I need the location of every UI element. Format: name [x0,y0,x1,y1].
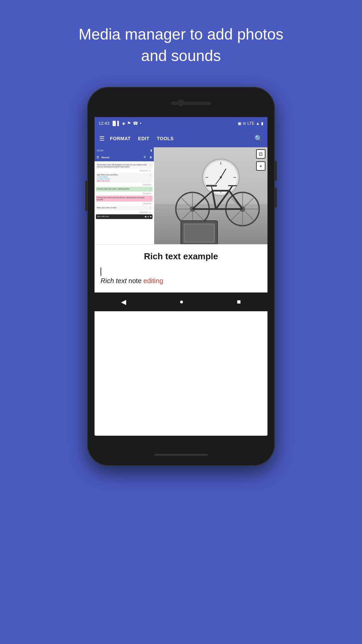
back-nav-button[interactable]: ◀ [121,298,126,306]
phone-mockup: 12:43 ▐▌▌ ◈ ⚑ ☎ • ▣ ⊖ LTE ▲ ▮ ☰ FOR [87,87,275,466]
time-display: 12:43 [99,121,110,126]
volume-down-button[interactable] [275,187,277,208]
mini-note-item-6: Sync with your ◀ ● ■ [96,214,153,219]
phone-screen: 12:43 ▐▌▌ ◈ ⚑ ☎ • ▣ ⊖ LTE ▲ ▮ ☰ FOR [95,117,267,436]
app-toolbar: ☰ FORMAT EDIT TOOLS 🔍 [95,130,267,147]
left-screenshot: 12:29 ▮ ☰ Recent 🔍 ⚙ These fake notes wi… [95,147,154,244]
headline-line1: Media manager to add photos [78,25,283,43]
mini-square-icon: ■ [150,215,152,218]
mini-bottom-icon: ◀ [144,215,146,218]
note-normal-text: note [127,277,143,284]
speaker-grille [171,102,211,105]
home-nav-button[interactable]: ● [179,298,183,306]
lte-label: LTE [247,121,254,126]
bicycle-photo-svg [154,147,267,244]
tools-menu-item[interactable]: TOOLS [157,136,174,141]
add-button[interactable]: + [256,161,265,171]
mini-note-item-2: Add ToDo-Lists and URLs☐ Try Carnet☐ Sha… [96,173,153,183]
svg-rect-36 [185,225,213,241]
mini-note-date-2: 14/03/2019 [96,184,153,186]
mini-notes-list: These fake notes will disappear as soon … [95,161,154,220]
mini-note-item-3: Choose note/ text colors, add keywords ⋮ [96,187,153,192]
status-right: ▣ ⊖ LTE ▲ ▮ [238,121,263,126]
wifi-icon: ☎ [133,121,138,126]
note-italic-text: Rich text [101,277,127,284]
note-red-text: editing [143,277,163,284]
signal-strength-icon: ▲ [256,121,260,126]
mini-note-text-4: Format your notes and documents, add pic… [97,197,149,201]
text-cursor [101,268,101,276]
edit-menu-item[interactable]: EDIT [138,136,149,141]
nav-icon: ◈ [122,121,125,126]
bottom-indicator [154,454,208,456]
signal-icon: ▐▌▌ [111,121,121,126]
headline-line2: and sounds [141,47,221,64]
mini-note-text-1: These fake notes will disappear as soon … [97,164,149,168]
status-left: 12:43 ▐▌▌ ◈ ⚑ ☎ • [99,121,141,126]
mini-note-menu-5: ⋮ [149,207,152,209]
mini-home-icon: ● [147,215,149,218]
search-icon[interactable]: 🔍 [254,135,263,143]
mini-note-menu: ⋮ [149,164,152,166]
battery-icon: ▮ [261,121,263,126]
volume-up-button[interactable] [275,161,277,181]
resize-button[interactable]: ⊡ [256,149,265,159]
svg-point-10 [220,176,222,178]
mini-search-icon: 🔍 [143,156,147,159]
mini-note-text-2: Add ToDo-Lists and URLs☐ Try Carnet☐ Sha… [97,174,149,182]
mini-recent-label: Recent [102,156,109,159]
mini-note-date-4: 14/03/2019 [96,203,153,205]
mini-note-date-3: 14/03/2019 [96,193,153,195]
minus-circle-icon: ⊖ [243,121,246,126]
screenshot-panel: 12:29 ▮ ☰ Recent 🔍 ⚙ These fake notes wi… [95,147,267,245]
menu-icon[interactable]: ☰ [99,136,105,142]
vibrate-icon: ▣ [238,121,241,126]
headline: Media manager to add photos and sounds [78,23,283,67]
mini-menu-icon: ☰ [97,156,99,159]
mini-note-menu-2: ⋮ [149,174,152,176]
mini-settings-icon: ⚙ [149,156,152,159]
mini-note-item: These fake notes will disappear as soon … [96,163,153,169]
text-content: Rich text example Rich text note editing [95,245,267,292]
mini-status-bar: 12:29 ▮ [95,147,154,154]
mini-note-item-5: Rate your notes or texts ⋮ [96,206,153,210]
recents-nav-button[interactable]: ■ [237,298,241,306]
dot-icon: • [140,121,141,126]
navigation-bar: ◀ ● ■ [95,292,267,311]
status-bar: 12:43 ▐▌▌ ◈ ⚑ ☎ • ▣ ⊖ LTE ▲ ▮ [95,117,267,130]
note-cursor-line [101,268,261,276]
mini-note-text-5: Rate your notes or texts [97,207,149,209]
mini-toolbar: ☰ Recent 🔍 ⚙ [95,154,154,161]
mini-note-text-6: Sync with your [97,215,144,217]
note-body: Rich text note editing [101,276,261,286]
phone-shell: 12:43 ▐▌▌ ◈ ⚑ ☎ • ▣ ⊖ LTE ▲ ▮ ☰ FOR [87,87,275,466]
mini-note-date-5: 14/03/2019 3< [96,211,153,213]
flag-icon: ⚑ [127,121,131,126]
mini-time: 12:29 [97,149,103,152]
content-area: 12:29 ▮ ☰ Recent 🔍 ⚙ These fake notes wi… [95,147,267,292]
note-title: Rich text example [101,251,261,262]
mini-note-date-1: 14/03/2019 5< [96,170,153,172]
power-button[interactable] [85,181,87,211]
mini-note-menu-4: ⋮ [149,197,152,199]
right-screenshot-photo: ⊡ + [154,147,267,244]
mini-status-icons: ▮ [150,149,152,152]
panel-buttons: ⊡ + [256,149,265,171]
mini-note-menu-3: ⋮ [149,188,152,191]
format-menu-item[interactable]: FORMAT [110,136,131,141]
mini-note-item-4: Format your notes and documents, add pic… [96,196,153,202]
mini-note-text-3: Choose note/ text colors, add keywords [97,188,149,190]
